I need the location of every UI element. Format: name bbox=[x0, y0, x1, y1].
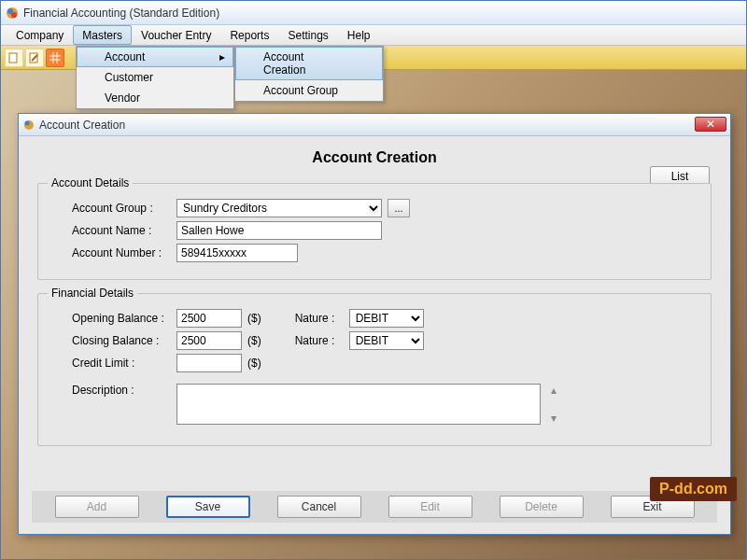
opening-balance-label: Opening Balance : bbox=[55, 312, 171, 325]
account-submenu: Account Creation Account Group bbox=[234, 46, 384, 102]
menu-masters[interactable]: Masters bbox=[73, 25, 132, 45]
account-name-label: Account Name : bbox=[55, 224, 171, 237]
scroll-up-icon: ▴ bbox=[551, 384, 557, 397]
svg-rect-3 bbox=[9, 53, 17, 63]
dialog-title: Account Creation bbox=[39, 119, 125, 132]
account-details-fieldset: Account Details Account Group : Sundry C… bbox=[37, 183, 712, 280]
account-creation-dialog: Account Creation ✕ Account Creation List… bbox=[18, 113, 731, 535]
toolbar-grid-icon[interactable] bbox=[46, 49, 64, 67]
submenu-item-label: Account Group bbox=[263, 84, 338, 97]
main-window: Financial Accounting (Standard Edition) … bbox=[0, 0, 747, 560]
svg-point-7 bbox=[25, 120, 30, 125]
svg-point-2 bbox=[11, 12, 17, 18]
dialog-titlebar: Account Creation ✕ bbox=[19, 114, 730, 136]
menu-reports[interactable]: Reports bbox=[220, 25, 278, 45]
currency-label: ($) bbox=[247, 357, 261, 370]
description-row: Description : ▴▾ bbox=[55, 384, 694, 425]
account-name-input[interactable] bbox=[176, 221, 382, 240]
cancel-button[interactable]: Cancel bbox=[277, 496, 361, 518]
dropdown-item-account[interactable]: Account ▸ bbox=[77, 47, 233, 67]
closing-balance-input[interactable] bbox=[176, 331, 242, 350]
add-button[interactable]: Add bbox=[55, 496, 139, 518]
account-group-row: Account Group : Sundry Creditors ... bbox=[55, 199, 694, 217]
dialog-heading: Account Creation bbox=[32, 144, 717, 175]
opening-balance-input[interactable] bbox=[176, 309, 242, 328]
main-titlebar: Financial Accounting (Standard Edition) bbox=[1, 1, 746, 25]
scroll-down-icon: ▾ bbox=[551, 412, 557, 425]
masters-dropdown: Account ▸ Customer Vendor bbox=[76, 46, 234, 109]
delete-button[interactable]: Delete bbox=[500, 496, 584, 518]
account-number-input[interactable] bbox=[176, 244, 298, 262]
nature-label: Nature : bbox=[295, 312, 344, 325]
account-group-label: Account Group : bbox=[55, 202, 171, 215]
closing-balance-row: Closing Balance : ($) Nature : DEBIT bbox=[55, 331, 694, 350]
dialog-button-bar: Add Save Cancel Edit Delete Exit bbox=[32, 491, 717, 523]
opening-nature-select[interactable]: DEBIT bbox=[349, 309, 424, 328]
account-details-legend: Account Details bbox=[48, 176, 133, 189]
closing-nature-select[interactable]: DEBIT bbox=[349, 331, 424, 350]
close-icon: ✕ bbox=[706, 118, 715, 131]
opening-nature-group: Nature : DEBIT bbox=[295, 309, 424, 328]
toolbar-new-icon[interactable] bbox=[5, 49, 23, 67]
financial-details-fieldset: Financial Details Opening Balance : ($) … bbox=[37, 293, 712, 446]
menu-settings[interactable]: Settings bbox=[278, 25, 337, 45]
menu-company[interactable]: Company bbox=[7, 25, 73, 45]
svg-rect-5 bbox=[49, 52, 61, 63]
credit-limit-row: Credit Limit : ($) bbox=[55, 354, 694, 372]
dropdown-item-customer[interactable]: Customer bbox=[77, 67, 233, 88]
description-textarea[interactable] bbox=[176, 384, 541, 425]
financial-details-legend: Financial Details bbox=[48, 287, 137, 300]
dialog-icon bbox=[22, 119, 35, 132]
account-number-label: Account Number : bbox=[55, 246, 171, 259]
description-label: Description : bbox=[55, 384, 171, 397]
opening-balance-row: Opening Balance : ($) Nature : DEBIT bbox=[55, 309, 694, 328]
closing-balance-label: Closing Balance : bbox=[55, 334, 171, 347]
submenu-item-label: Account Creation bbox=[263, 50, 305, 77]
dropdown-item-label: Vendor bbox=[105, 91, 140, 105]
currency-label: ($) bbox=[247, 312, 261, 325]
textarea-scrollbar[interactable]: ▴▾ bbox=[546, 384, 561, 425]
submenu-item-account-group[interactable]: Account Group bbox=[235, 80, 383, 101]
dropdown-item-vendor[interactable]: Vendor bbox=[77, 88, 233, 108]
dropdown-item-label: Customer bbox=[105, 71, 153, 84]
watermark: P-dd.com bbox=[650, 477, 737, 501]
submenu-item-account-creation[interactable]: Account Creation bbox=[235, 47, 383, 80]
nature-label: Nature : bbox=[295, 334, 344, 347]
dialog-body: Account Creation List Account Details Ac… bbox=[19, 136, 730, 467]
save-button[interactable]: Save bbox=[166, 496, 250, 518]
menu-voucher-entry[interactable]: Voucher Entry bbox=[132, 25, 220, 45]
dropdown-item-label: Account bbox=[105, 50, 145, 63]
menu-help[interactable]: Help bbox=[338, 25, 380, 45]
closing-nature-group: Nature : DEBIT bbox=[295, 331, 424, 350]
account-group-select[interactable]: Sundry Creditors bbox=[176, 199, 382, 217]
credit-limit-input[interactable] bbox=[176, 354, 242, 372]
close-button[interactable]: ✕ bbox=[695, 117, 726, 132]
menubar: Company Masters Voucher Entry Reports Se… bbox=[1, 25, 746, 46]
currency-label: ($) bbox=[247, 334, 261, 347]
edit-button[interactable]: Edit bbox=[388, 496, 472, 518]
app-icon bbox=[5, 6, 20, 21]
toolbar-edit-icon[interactable] bbox=[25, 49, 44, 67]
account-name-row: Account Name : bbox=[55, 221, 694, 240]
credit-limit-label: Credit Limit : bbox=[55, 357, 171, 370]
account-group-browse-button[interactable]: ... bbox=[388, 199, 410, 217]
app-title: Financial Accounting (Standard Edition) bbox=[23, 7, 219, 20]
account-number-row: Account Number : bbox=[55, 244, 694, 262]
submenu-arrow-icon: ▸ bbox=[219, 50, 225, 63]
